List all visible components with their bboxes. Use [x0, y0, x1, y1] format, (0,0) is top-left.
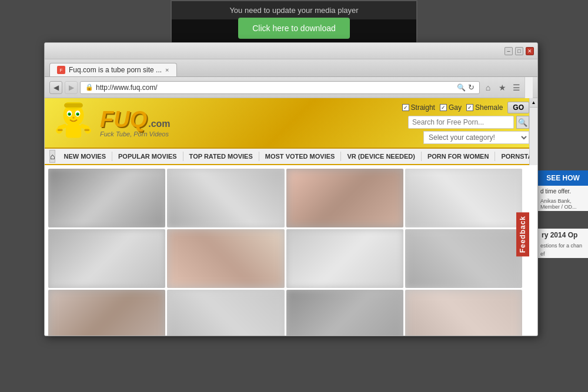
- lock-icon: 🔒: [85, 83, 93, 91]
- nav-new-movies[interactable]: NEW MOVIES: [58, 152, 112, 161]
- refresh-icon[interactable]: ↻: [468, 83, 475, 92]
- nav-popular-movies[interactable]: POPULAR MOVIES: [112, 152, 183, 161]
- media-player-popup: You need to update your media player Cli…: [171, 0, 417, 44]
- tab-label: Fuq.com is a tube porn site ...: [69, 66, 162, 74]
- category-select[interactable]: Select your category!: [423, 131, 529, 144]
- home-icon[interactable]: ⌂: [482, 82, 494, 93]
- header-controls: Straight Gay Shemale GO 🔍: [402, 102, 529, 144]
- tab-favicon: F: [57, 66, 65, 74]
- thumbnail-7[interactable]: [405, 229, 522, 288]
- thumbnail-0[interactable]: [48, 169, 165, 227]
- forward-button[interactable]: ▶: [65, 81, 78, 94]
- svg-point-5: [69, 114, 71, 116]
- thumbnail-8[interactable]: [48, 290, 165, 336]
- ref-text: ef: [538, 250, 588, 258]
- year-text: ry 2014 Op: [538, 229, 588, 242]
- nav-top-rated[interactable]: TOP RATED MOVIES: [183, 152, 259, 161]
- nav-most-voted[interactable]: MOST VOTED MOVIES: [259, 152, 342, 161]
- straight-filter[interactable]: Straight: [402, 103, 435, 112]
- svg-point-16: [72, 117, 75, 119]
- scroll-up[interactable]: ▲: [530, 98, 537, 108]
- site-logo: FUQ .com Fuck Tube, Porn Videos: [100, 108, 171, 138]
- content-area: Feedback: [45, 165, 537, 336]
- search-input[interactable]: [408, 116, 514, 129]
- questions-text: estions for a chan: [538, 242, 588, 250]
- bookmark-icon[interactable]: ★: [496, 82, 508, 93]
- shemale-checkbox[interactable]: [466, 104, 473, 111]
- browser-titlebar: – □ ✕: [45, 43, 537, 59]
- side-panel-right: SEE HOW d time offer. Anikas Bank, Membe…: [538, 170, 588, 258]
- content-grid: [45, 165, 526, 336]
- browser-tabbar: F Fuq.com is a tube porn site ... ×: [45, 59, 537, 77]
- shemale-filter[interactable]: Shemale: [466, 103, 503, 112]
- thumbnail-6[interactable]: [286, 229, 403, 288]
- offer-text: d time offer.: [538, 186, 588, 197]
- site-mascot: [53, 102, 94, 143]
- search-row: 🔍: [408, 116, 529, 129]
- logo-tagline: Fuck Tube, Porn Videos: [100, 130, 169, 138]
- gay-label: Gay: [449, 103, 462, 112]
- address-search-icon: 🔍: [457, 83, 466, 92]
- search-button[interactable]: 🔍: [516, 116, 529, 129]
- thumbnail-5[interactable]: [167, 229, 284, 288]
- gay-filter[interactable]: Gay: [440, 103, 462, 112]
- settings-icon[interactable]: ☰: [510, 82, 522, 93]
- site-nav: ⌂ NEW MOVIES POPULAR MOVIES TOP RATED MO…: [45, 149, 537, 165]
- svg-rect-8: [64, 103, 83, 108]
- website-content: FUQ .com Fuck Tube, Porn Videos Straight…: [45, 98, 537, 336]
- media-player-message: You need to update your media player: [172, 1, 416, 19]
- site-header: FUQ .com Fuck Tube, Porn Videos Straight…: [45, 98, 537, 149]
- category-row: Select your category!: [423, 131, 529, 144]
- close-button[interactable]: ✕: [526, 47, 534, 55]
- thumbnail-1[interactable]: [167, 169, 284, 227]
- nav-vr[interactable]: VR (DEVICE NEEDED): [341, 152, 422, 161]
- nav-porn-for-women[interactable]: PORN FOR WOMEN: [422, 152, 496, 161]
- thumbnail-2[interactable]: [286, 169, 403, 227]
- logo-fuq-text: FUQ: [100, 108, 147, 130]
- shemale-label: Shemale: [475, 103, 503, 112]
- back-button[interactable]: ◀: [49, 81, 62, 94]
- logo-suffix: .com: [148, 119, 170, 129]
- svg-point-6: [78, 114, 79, 116]
- filter-checkboxes: Straight Gay Shemale GO: [402, 102, 529, 113]
- thumbnail-4[interactable]: [48, 229, 165, 288]
- thumbnail-9[interactable]: [167, 290, 284, 336]
- browser-tab[interactable]: F Fuq.com is a tube porn site ... ×: [49, 63, 177, 76]
- go-button[interactable]: GO: [507, 102, 529, 113]
- gay-checkbox[interactable]: [440, 104, 447, 111]
- thumbnail-11[interactable]: [405, 290, 522, 336]
- thumbnail-10[interactable]: [286, 290, 403, 336]
- straight-label: Straight: [411, 103, 435, 112]
- address-bar[interactable]: 🔒 http://www.fuq.com/ 🔍 ↻: [80, 81, 480, 94]
- download-button[interactable]: Click here to download: [238, 18, 350, 39]
- thumbnail-3[interactable]: [405, 169, 522, 227]
- nav-home-button[interactable]: ⌂: [49, 150, 55, 163]
- bank-text: Anikas Bank, Member / OD...: [538, 197, 588, 211]
- url-text: http://www.fuq.com/: [96, 83, 455, 92]
- maximize-button[interactable]: □: [515, 47, 523, 55]
- see-how-label: SEE HOW: [538, 170, 588, 186]
- svg-rect-14: [58, 129, 63, 132]
- svg-rect-9: [66, 125, 81, 138]
- tab-close-button[interactable]: ×: [165, 66, 169, 73]
- minimize-button[interactable]: –: [505, 47, 513, 55]
- straight-checkbox[interactable]: [402, 104, 409, 111]
- browser-window: – □ ✕ F Fuq.com is a tube porn site ... …: [44, 42, 538, 336]
- feedback-tab[interactable]: Feedback: [516, 212, 529, 256]
- svg-rect-15: [84, 129, 89, 132]
- browser-addressbar: ◀ ▶ 🔒 http://www.fuq.com/ 🔍 ↻ ⌂ ★ ☰: [45, 77, 537, 98]
